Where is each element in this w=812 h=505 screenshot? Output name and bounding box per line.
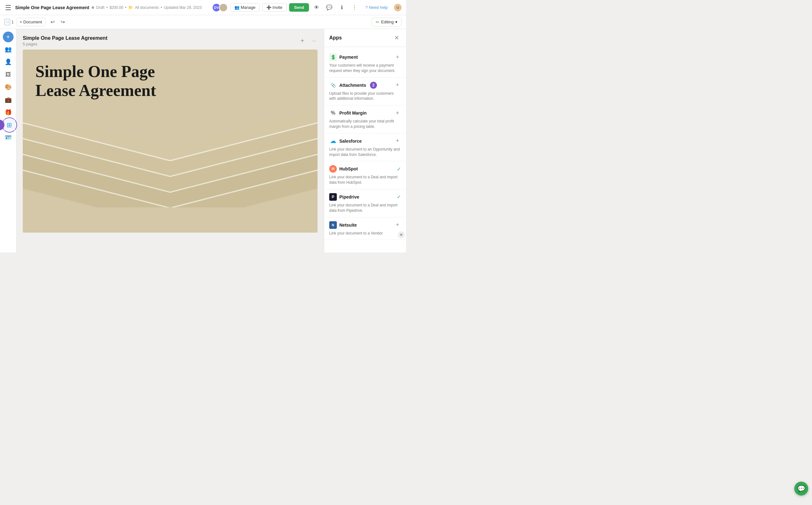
app-attachments-name-row: 📎 Attachments 2 xyxy=(329,81,377,89)
send-button[interactable]: Send xyxy=(289,3,309,12)
app-item-pipedrive: P Pipedrive ✓ Link your document to a De… xyxy=(324,189,406,217)
users-icon: 👥 xyxy=(234,5,239,10)
hubspot-desc: Link your document to a Deal and import … xyxy=(329,175,401,185)
chevron-down-icon: ▾ xyxy=(395,20,397,24)
add-document-button[interactable]: + Document xyxy=(16,18,45,26)
editing-button[interactable]: ✏ Editing ▾ xyxy=(371,18,401,26)
profit-add-button[interactable]: + xyxy=(394,110,401,117)
sidebar-idcard-button[interactable]: 🪪 xyxy=(3,132,14,143)
app-item-profit: % Profit Margin + Automatically calculat… xyxy=(324,106,406,134)
pipedrive-desc: Link your document to a Deal and import … xyxy=(329,203,401,213)
salesforce-name: Salesforce xyxy=(339,139,362,144)
app-hubspot-header: H HubSpot ✓ xyxy=(329,165,401,173)
manage-button[interactable]: 👥 Manage xyxy=(230,3,260,12)
doc-header-info: Simple One Page Lease Agreement 5 pages xyxy=(23,35,107,46)
hubspot-check: ✓ xyxy=(397,166,401,172)
payment-desc: Your customers will receive a payment re… xyxy=(329,63,401,73)
sidebar-briefcase-button[interactable]: 💼 xyxy=(3,94,14,106)
app-netsuite-name-row: N Netsuite xyxy=(329,221,357,229)
app-salesforce-name-row: ☁ Salesforce xyxy=(329,137,362,145)
netsuite-close-button[interactable]: ✕ xyxy=(398,231,405,238)
document-title: Simple One Page Lease Agreement xyxy=(15,5,89,10)
image-icon: 🖼 xyxy=(5,71,11,78)
plus-icon: + xyxy=(20,20,22,24)
toolbar-left: 📄 1 + Document ↩ ↪ xyxy=(4,18,369,26)
sidebar-users-button[interactable]: 👥 xyxy=(3,43,14,55)
sidebar-gift-button[interactable]: 🎁 xyxy=(3,107,14,118)
sidebar-add-button[interactable]: + xyxy=(3,31,14,42)
app-payment-name-row: 💲 Payment xyxy=(329,53,358,61)
separator: • xyxy=(106,5,107,10)
briefcase-icon: 💼 xyxy=(5,96,12,103)
contact-icon: 👤 xyxy=(5,58,12,65)
app-item-hubspot: H HubSpot ✓ Link your document to a Deal… xyxy=(324,161,406,189)
salesforce-desc: Link your document to an Opportunity and… xyxy=(329,147,401,158)
sidebar-palette-button[interactable]: 🎨 xyxy=(3,81,14,93)
toolbar-right: ✏ Editing ▾ xyxy=(371,18,401,26)
app-attachments-header: 📎 Attachments 2 + xyxy=(329,81,401,89)
separator: • xyxy=(125,5,126,10)
salesforce-add-button[interactable]: + xyxy=(394,138,401,145)
main-layout: + 👥 👤 🖼 🎨 💼 🎁 1 ⊞ 🪪 xyxy=(0,29,406,252)
app-item-payment: 💲 Payment + Your customers will receive … xyxy=(324,49,406,77)
doc-pages: 5 pages xyxy=(23,42,107,46)
more-options-button[interactable]: ··· xyxy=(310,37,318,45)
gift-icon: 🎁 xyxy=(5,109,12,116)
left-sidebar: + 👥 👤 🖼 🎨 💼 🎁 1 ⊞ 🪪 xyxy=(0,29,16,252)
profit-desc: Automatically calculate your total profi… xyxy=(329,119,401,129)
info-button[interactable]: ℹ xyxy=(337,3,347,13)
sidebar-apps-wrapper: 1 ⊞ xyxy=(4,119,15,131)
app-hubspot-name-row: H HubSpot xyxy=(329,165,358,173)
apps-close-button[interactable]: ✕ xyxy=(392,33,401,42)
pipedrive-name: Pipedrive xyxy=(339,194,359,199)
idcard-icon: 🪪 xyxy=(5,134,12,141)
netsuite-desc: Link your document to a Vendor xyxy=(329,231,401,236)
apps-grid-ring: ⊞ xyxy=(4,119,15,131)
toolbar: 📄 1 + Document ↩ ↪ ✏ Editing ▾ xyxy=(0,15,406,29)
avatar-photo xyxy=(219,3,228,12)
app-item-attachments: 📎 Attachments 2 + Upload files to provid… xyxy=(324,77,406,106)
payment-add-button[interactable]: + xyxy=(394,54,401,60)
attachments-desc: Upload files to provide your customers w… xyxy=(329,91,401,102)
separator: • xyxy=(161,5,162,10)
user-avatar[interactable]: U xyxy=(393,3,402,12)
help-button[interactable]: ? Need help xyxy=(362,3,391,11)
invite-button[interactable]: ➕ Invite xyxy=(262,3,286,12)
chevrons-container xyxy=(23,106,318,207)
apps-list: 💲 Payment + Your customers will receive … xyxy=(324,47,406,252)
attachments-add-button[interactable]: + xyxy=(394,82,401,89)
folder-icon: 📁 xyxy=(128,5,133,10)
undo-button[interactable]: ↩ xyxy=(48,18,57,26)
apps-header: Apps ✕ xyxy=(324,29,406,47)
chevrons-svg xyxy=(23,106,318,207)
avatar-group: DV xyxy=(212,3,228,12)
header-meta: Draft • $200.00 • 📁 All documents • Upda… xyxy=(92,5,209,10)
app-netsuite-header: N Netsuite + xyxy=(329,221,401,229)
more-button[interactable]: ⋮ xyxy=(349,3,360,13)
app-profit-header: % Profit Margin + xyxy=(329,109,401,117)
redo-button[interactable]: ↪ xyxy=(58,18,67,26)
app-pipedrive-name-row: P Pipedrive xyxy=(329,193,359,201)
hubspot-name: HubSpot xyxy=(339,166,358,171)
sidebar-apps-button[interactable]: ⊞ xyxy=(4,119,15,131)
updated-text: Updated Mar 28, 2023 xyxy=(164,5,202,10)
undo-redo-group: ↩ ↪ xyxy=(48,18,67,26)
hamburger-button[interactable] xyxy=(4,3,13,12)
price: $200.00 xyxy=(110,5,123,10)
palette-icon: 🎨 xyxy=(5,83,12,91)
page-count: 📄 1 xyxy=(4,19,14,25)
comment-button[interactable]: 💬 xyxy=(324,3,334,13)
doc-title-main: Simple One Page Lease Agreement xyxy=(23,35,107,41)
apps-panel-title: Apps xyxy=(329,35,342,41)
netsuite-add-button[interactable]: + xyxy=(394,221,401,228)
salesforce-icon: ☁ xyxy=(329,137,337,145)
view-button[interactable]: 👁 xyxy=(312,3,322,13)
app-profit-name-row: % Profit Margin xyxy=(329,109,366,117)
pipedrive-check: ✓ xyxy=(397,194,401,200)
app-payment-header: 💲 Payment + xyxy=(329,53,401,61)
sidebar-image-button[interactable]: 🖼 xyxy=(3,69,14,80)
doc-header-actions: + ··· xyxy=(299,37,318,45)
add-page-button[interactable]: + xyxy=(299,37,306,45)
sidebar-contacts-button[interactable]: 👤 xyxy=(3,56,14,67)
app-item-salesforce: ☁ Salesforce + Link your document to an … xyxy=(324,134,406,162)
